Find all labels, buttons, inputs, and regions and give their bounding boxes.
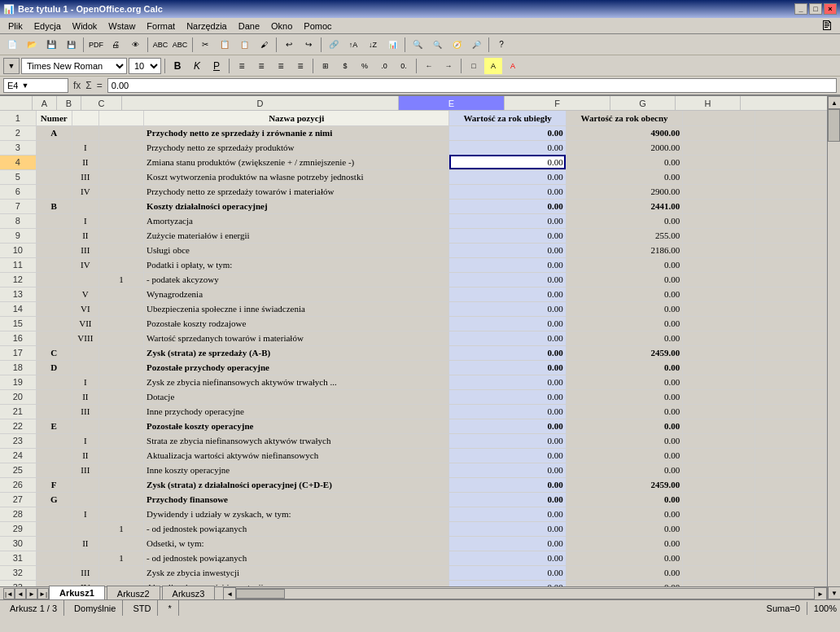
cell-d21[interactable]: Inne przychody operacyjne: [144, 404, 449, 419]
cell-c15[interactable]: [98, 316, 143, 331]
cell-h27[interactable]: [755, 492, 826, 507]
nav-button[interactable]: 🧭: [448, 36, 466, 54]
cell-c31[interactable]: 1: [98, 551, 143, 565]
cell-h17[interactable]: [755, 345, 826, 360]
cell-d5[interactable]: Koszt wytworzenia produktów na własne po…: [144, 169, 449, 184]
cell-f11[interactable]: 0.00: [566, 257, 682, 272]
percent-button[interactable]: %: [356, 58, 374, 74]
cell-d17[interactable]: Zysk (strata) ze sprzedaży (A-B): [144, 345, 449, 360]
format-copy-button[interactable]: 🖌: [255, 36, 273, 54]
cell-h7[interactable]: [755, 199, 826, 213]
cell-f1[interactable]: Wartość za rok obecny: [566, 111, 682, 125]
cell-b23[interactable]: I: [72, 433, 98, 448]
cell-e8[interactable]: 0.00: [449, 213, 566, 228]
cell-a7[interactable]: B: [36, 199, 72, 213]
cell-c8[interactable]: [98, 213, 143, 228]
currency-button[interactable]: $: [336, 58, 354, 74]
cell-h20[interactable]: [755, 389, 826, 404]
cell-b8[interactable]: I: [72, 213, 98, 228]
cell-h15[interactable]: [755, 316, 826, 331]
cell-d3[interactable]: Przychody netto ze sprzedaży produktów: [144, 140, 449, 155]
cell-f10[interactable]: 2186.00: [566, 243, 682, 257]
cell-h21[interactable]: [755, 404, 826, 419]
h-scroll-right[interactable]: ►: [814, 587, 827, 599]
cell-d14[interactable]: Ubezpieczenia społeczne i inne świadczen…: [144, 301, 449, 316]
help-btn[interactable]: ?: [492, 36, 510, 54]
indent-dec-button[interactable]: ←: [420, 58, 438, 74]
cell-f29[interactable]: 0.00: [566, 521, 682, 536]
cell-a13[interactable]: [36, 287, 72, 301]
menu-wstaw[interactable]: Wstaw: [103, 20, 140, 33]
cell-h33[interactable]: [755, 580, 826, 586]
cell-c26[interactable]: [98, 477, 143, 492]
cell-c17[interactable]: [98, 345, 143, 360]
cell-a15[interactable]: [36, 316, 72, 331]
cell-f25[interactable]: 0.00: [566, 463, 682, 477]
cell-h3[interactable]: [755, 140, 826, 155]
cell-a29[interactable]: [36, 521, 72, 536]
cell-g16[interactable]: [683, 331, 755, 345]
cell-d24[interactable]: Aktualizacja wartości aktywów niefinanso…: [144, 448, 449, 463]
cell-e32[interactable]: 0.00: [449, 565, 566, 580]
cell-d2[interactable]: Przychody netto ze sprzedaży i zrównanie…: [144, 125, 449, 140]
indent-inc-button[interactable]: →: [440, 58, 457, 74]
cell-b2[interactable]: [72, 125, 98, 140]
cell-e18[interactable]: 0.00: [449, 360, 566, 375]
cell-reference-box[interactable]: E4 ▼: [3, 78, 68, 93]
cell-h25[interactable]: [755, 463, 826, 477]
cell-e22[interactable]: 0.00: [449, 419, 566, 433]
cell-c29[interactable]: 1: [98, 521, 143, 536]
paste-button[interactable]: 📋: [235, 36, 253, 54]
h-scroll-left[interactable]: ◄: [223, 587, 236, 599]
cell-f20[interactable]: 0.00: [566, 389, 682, 404]
cell-b19[interactable]: I: [72, 375, 98, 389]
cell-d11[interactable]: Podatki i opłaty, w tym:: [144, 257, 449, 272]
cell-e29[interactable]: 0.00: [449, 521, 566, 536]
cell-e15[interactable]: 0.00: [449, 316, 566, 331]
find-button[interactable]: 🔍: [409, 36, 427, 54]
cell-e25[interactable]: 0.00: [449, 463, 566, 477]
cell-e12[interactable]: 0.00: [449, 272, 566, 287]
cell-a6[interactable]: [36, 184, 72, 199]
cell-d16[interactable]: Wartość sprzedanych towarów i materiałów: [144, 331, 449, 345]
save2-button[interactable]: 💾: [62, 36, 80, 54]
cell-g18[interactable]: [683, 360, 755, 375]
cell-e20[interactable]: 0.00: [449, 389, 566, 404]
italic-button[interactable]: K: [188, 58, 206, 74]
cell-e27[interactable]: 0.00: [449, 492, 566, 507]
cell-a3[interactable]: [36, 140, 72, 155]
save-button[interactable]: 💾: [42, 36, 60, 54]
cell-d25[interactable]: Inne koszty operacyjne: [144, 463, 449, 477]
cell-g13[interactable]: [683, 287, 755, 301]
col-header-a[interactable]: A: [33, 96, 57, 110]
cell-f21[interactable]: 0.00: [566, 404, 682, 419]
cell-c23[interactable]: [98, 433, 143, 448]
cell-f33[interactable]: 0.00: [566, 580, 682, 586]
cell-c10[interactable]: [98, 243, 143, 257]
sheet-tab-arkusz1[interactable]: Arkusz1: [49, 586, 105, 599]
dropdown-icon[interactable]: ▼: [21, 81, 28, 90]
v-scroll-track[interactable]: [828, 109, 840, 586]
v-scroll-thumb[interactable]: [828, 109, 840, 142]
menu-narzedzia[interactable]: Narzędzia: [182, 20, 232, 33]
cell-g27[interactable]: [683, 492, 755, 507]
cell-f32[interactable]: 0.00: [566, 565, 682, 580]
cell-g11[interactable]: [683, 257, 755, 272]
cell-f17[interactable]: 2459.00: [566, 345, 682, 360]
spell2-button[interactable]: ABC: [171, 36, 189, 54]
menu-plik[interactable]: Plik: [3, 20, 28, 33]
cell-b13[interactable]: V: [72, 287, 98, 301]
dec-inc-button[interactable]: .0: [375, 58, 393, 74]
align-left-button[interactable]: ≡: [233, 58, 251, 74]
cell-f31[interactable]: 0.00: [566, 551, 682, 565]
cell-e28[interactable]: 0.00: [449, 507, 566, 521]
hyperlink-button[interactable]: 🔗: [325, 36, 343, 54]
menu-widok[interactable]: Widok: [68, 20, 103, 33]
cell-h32[interactable]: [755, 565, 826, 580]
cell-g1[interactable]: [683, 111, 755, 125]
cell-g15[interactable]: [683, 316, 755, 331]
cell-a24[interactable]: [36, 448, 72, 463]
cell-h11[interactable]: [755, 257, 826, 272]
cell-d15[interactable]: Pozostałe koszty rodzajowe: [144, 316, 449, 331]
cell-a10[interactable]: [36, 243, 72, 257]
